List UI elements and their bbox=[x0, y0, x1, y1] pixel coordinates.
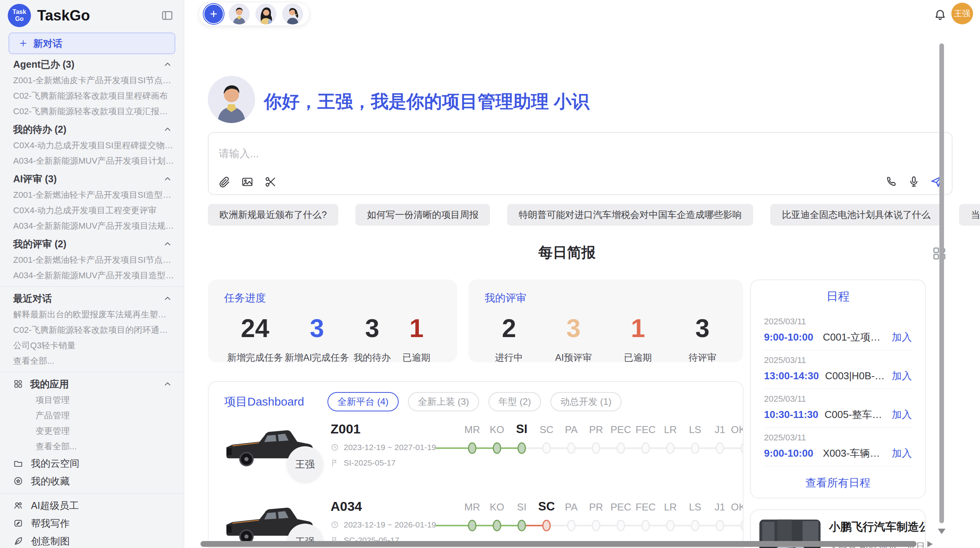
sidebar-item[interactable]: 公司Q3轻卡销量 bbox=[0, 338, 184, 353]
milestone-dot[interactable] bbox=[493, 442, 501, 454]
chevron-up-icon bbox=[163, 239, 172, 248]
sidebar-section-header[interactable]: 我的评审 (2) bbox=[0, 235, 184, 252]
project-name[interactable]: A034 bbox=[331, 499, 422, 514]
milestone-dot[interactable] bbox=[542, 442, 551, 454]
sidebar-item[interactable]: C0X4-动力总成开发项目SI里程碑提交物检查 bbox=[0, 138, 184, 153]
milestone-dot[interactable] bbox=[740, 520, 744, 531]
sidebar-item-cloud-space[interactable]: 我的云空间 bbox=[0, 454, 184, 472]
sidebar-app-item[interactable]: 产品管理 bbox=[0, 408, 184, 423]
milestone-dot[interactable] bbox=[740, 442, 744, 454]
milestone-label: SI bbox=[516, 422, 527, 436]
sidebar-app-item[interactable]: 变更管理 bbox=[0, 423, 184, 439]
sidebar-app-item[interactable]: 查看全部... bbox=[0, 439, 184, 454]
scroll-right-arrow[interactable] bbox=[927, 541, 933, 547]
my-reviews-label[interactable]: 我的评审 bbox=[485, 291, 727, 305]
sidebar-item[interactable]: Z001-全新燃油轻卡产品开发项目SI节点属性5D文件评审 bbox=[0, 252, 184, 268]
milestone-dot[interactable] bbox=[617, 442, 625, 454]
scroll-down-arrow[interactable] bbox=[938, 529, 946, 534]
sidebar-item-favorites[interactable]: 我的收藏 bbox=[0, 472, 184, 490]
suggestion-chip[interactable]: 比亚迪全固态电池计划具体说了什么 bbox=[770, 204, 942, 226]
sidebar-item-creative-draw[interactable]: 创意制图 bbox=[0, 532, 184, 548]
notifications-bell-icon[interactable] bbox=[934, 9, 947, 22]
milestone-dot[interactable] bbox=[567, 520, 576, 531]
sidebar-item-ai-employee[interactable]: AI超级员工 bbox=[0, 497, 184, 514]
sidebar-item[interactable]: A034-全新新能源MUV产品开发项目计划变更表编写 bbox=[0, 153, 184, 169]
dashboard-title[interactable]: 项目Dashboard bbox=[224, 394, 304, 410]
dashboard-filter-chip[interactable]: 全新平台 (4) bbox=[327, 392, 399, 411]
milestone-dot[interactable] bbox=[691, 442, 699, 454]
sidebar-section-header[interactable]: AI评审 (3) bbox=[0, 170, 184, 187]
plus-icon bbox=[209, 9, 218, 19]
my-apps-header[interactable]: 我的应用 bbox=[0, 375, 184, 392]
collapse-sidebar-icon[interactable] bbox=[161, 9, 174, 22]
milestone-dot[interactable] bbox=[517, 520, 526, 531]
sidebar-item-help-write[interactable]: 帮我写作 bbox=[0, 514, 184, 532]
new-chat-button[interactable]: 新对话 bbox=[9, 33, 175, 54]
milestone-dot[interactable] bbox=[641, 520, 650, 531]
event-join-link[interactable]: 加入 bbox=[892, 408, 912, 421]
recent-view-all[interactable]: 查看全部... bbox=[0, 353, 184, 369]
image-icon[interactable] bbox=[241, 176, 254, 188]
task-progress-label[interactable]: 任务进度 bbox=[224, 291, 441, 305]
milestone-dot[interactable] bbox=[617, 520, 625, 531]
horizontal-scrollbar[interactable] bbox=[200, 541, 917, 547]
scissors-icon[interactable] bbox=[264, 176, 277, 188]
sidebar-item[interactable]: Z001-全新燃油轻卡产品开发项目SI造型提交物评审 bbox=[0, 187, 184, 203]
schedule-view-all-link[interactable]: 查看所有日程 bbox=[751, 476, 925, 490]
milestone-dot[interactable] bbox=[641, 442, 650, 454]
agent-avatar-1[interactable] bbox=[229, 3, 250, 24]
news-title[interactable]: 小鹏飞行汽车制造公司增资 bbox=[829, 519, 926, 534]
event-join-link[interactable]: 加入 bbox=[892, 331, 912, 344]
dashboard-filter-chip[interactable]: 年型 (2) bbox=[488, 392, 541, 411]
milestone-dot[interactable] bbox=[716, 520, 724, 531]
sidebar-item[interactable]: C02-飞腾新能源轻客改款项目的闭环通告反馈情况 bbox=[0, 322, 184, 338]
milestone-dot[interactable] bbox=[468, 442, 476, 454]
milestone-label: LS bbox=[689, 501, 701, 513]
project-info: Z001 2023-12-19 ~ 2027-01-19 SI-2025-05-… bbox=[331, 421, 422, 468]
milestone-dot[interactable] bbox=[592, 520, 600, 531]
sidebar-item[interactable]: 解释最新出台的欧盟报废车法规再生塑料比例被调至15%... bbox=[0, 307, 184, 322]
project-owner-avatar[interactable]: 王强 bbox=[287, 446, 323, 482]
chat-input-box[interactable]: 请输入... bbox=[208, 132, 953, 195]
dashboard-filter-chip[interactable]: 全新上装 (3) bbox=[408, 392, 479, 411]
sidebar-item[interactable]: A034-全新新能源MUV产品开发项目法规符合性评审 bbox=[0, 218, 184, 234]
project-name[interactable]: Z001 bbox=[331, 421, 422, 437]
phone-icon[interactable] bbox=[885, 175, 898, 188]
user-avatar[interactable]: 王强 bbox=[951, 3, 973, 24]
milestone-dot[interactable] bbox=[468, 520, 476, 531]
sidebar-item[interactable]: C02-飞腾新能源轻客改款项目里程碑画布 bbox=[0, 88, 184, 104]
event-join-link[interactable]: 加入 bbox=[892, 447, 912, 460]
sidebar-item[interactable]: A034-全新新能源MUV产品开发项目造型可行性评审 bbox=[0, 268, 184, 283]
clock-icon bbox=[331, 521, 339, 529]
milestone-dot[interactable] bbox=[592, 442, 600, 454]
sidebar-section-header[interactable]: 我的待办 (2) bbox=[0, 121, 184, 138]
suggestion-chip[interactable]: 如何写一份清晰的项目周报 bbox=[355, 204, 490, 226]
sidebar-section-header[interactable]: Agent已办 (3) bbox=[0, 56, 184, 73]
agent-avatar-2[interactable] bbox=[255, 3, 276, 24]
my-apps-label: 我的应用 bbox=[30, 378, 163, 390]
event-join-link[interactable]: 加入 bbox=[892, 369, 912, 383]
recent-chats-header[interactable]: 最近对话 bbox=[0, 290, 184, 307]
sidebar-item[interactable]: C0X4-动力总成开发项目工程变更评审 bbox=[0, 203, 184, 218]
suggestion-chip[interactable]: 欧洲新规最近颁布了什么? bbox=[208, 204, 338, 226]
milestone-dot[interactable] bbox=[716, 442, 724, 454]
milestone-dot[interactable] bbox=[517, 442, 526, 454]
milestone-label: LR bbox=[664, 501, 677, 513]
milestone-dot[interactable] bbox=[691, 520, 699, 531]
sidebar-item[interactable]: Z001-全新燃油皮卡产品开发项目SI节点Lesson Learn报告 bbox=[0, 73, 184, 88]
milestone-dot[interactable] bbox=[493, 520, 501, 531]
add-agent-button[interactable] bbox=[204, 5, 223, 23]
milestone-dot[interactable] bbox=[666, 520, 675, 531]
sidebar-app-item[interactable]: 项目管理 bbox=[0, 392, 184, 408]
milestone-dot[interactable] bbox=[666, 442, 675, 454]
microphone-icon[interactable] bbox=[908, 175, 920, 188]
dashboard-filter-chip[interactable]: 动总开发 (1) bbox=[550, 392, 622, 411]
milestone-dot[interactable] bbox=[567, 442, 576, 454]
vertical-scrollbar[interactable] bbox=[939, 43, 944, 523]
suggestion-chip[interactable]: 特朗普可能对进口汽车增税会对中国车企造成哪些影响 bbox=[507, 204, 753, 226]
agent-avatar-3[interactable] bbox=[282, 3, 303, 24]
milestone-dot[interactable] bbox=[542, 520, 551, 531]
sidebar-item[interactable]: C02-飞腾新能源轻客改款项目立项汇报方案 bbox=[0, 104, 184, 119]
suggestion-chip[interactable]: 当下年轻人对汽车外观有怎样的喜好趋势 bbox=[959, 204, 980, 226]
attachment-icon[interactable] bbox=[218, 176, 230, 188]
